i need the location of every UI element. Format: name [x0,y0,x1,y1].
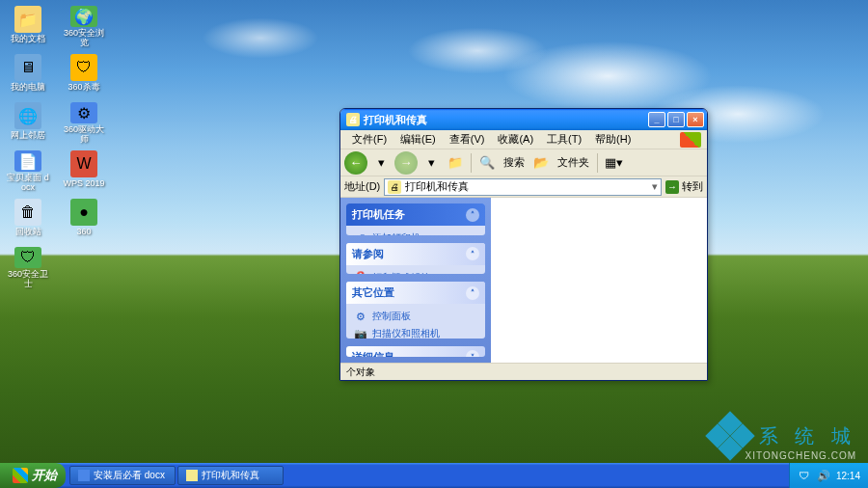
toolbar: ← ▾ → ▾ 📁 🔍 搜索 📂 文件夹 ▦▾ [340,149,707,176]
explorer-window: 🖨 打印机和传真 _ □ × 文件(F) 编辑(E) 查看(V) 收藏(A) 工… [339,108,708,381]
chevron-down-icon: ˅ [466,350,479,357]
titlebar[interactable]: 🖨 打印机和传真 _ □ × [340,109,707,130]
task-group-see-also[interactable]: 请参阅 ˄ [346,243,485,265]
go-button[interactable]: → 转到 [665,179,703,194]
views-button[interactable]: ▦▾ [603,152,624,174]
go-arrow-icon: → [665,180,679,194]
address-input[interactable]: 🖨 打印机和传真 ▾ [384,178,662,196]
tray-shield-icon[interactable]: 🛡 [798,469,811,482]
link-control-panel[interactable]: ⚙控制面板 [354,310,477,323]
printer-icon: 🖨 [346,113,360,126]
menu-file[interactable]: 文件(F) [346,130,393,149]
search-label[interactable]: 搜索 [501,155,528,170]
desktop-icon-360safe[interactable]: 🛡360安全卫士 [4,245,52,291]
windows-flag-icon [13,468,28,483]
folders-icon[interactable]: 📂 [530,152,552,174]
search-icon[interactable]: 🔍 [476,152,498,174]
menu-tools[interactable]: 工具(T) [541,130,587,149]
back-button[interactable]: ← [344,151,367,175]
desktop-icon-recycle-bin[interactable]: 🗑回收站 [4,197,52,243]
tray-volume-icon[interactable]: 🔊 [817,469,830,482]
scanner-icon: 📷 [354,327,367,339]
desktop-icon-360[interactable]: ●360 [60,197,108,243]
address-label: 地址(D) [344,179,380,194]
chevron-up-icon: ˄ [466,247,479,260]
menubar: 文件(F) 编辑(E) 查看(V) 收藏(A) 工具(T) 帮助(H) [340,130,707,149]
desktop-icon-my-documents[interactable]: 📁我的文档 [4,4,52,50]
desktop-icon-360driver[interactable]: ⚙360驱动大师 [60,100,108,147]
task-troubleshoot[interactable]: ❓打印疑难解答 [354,271,477,275]
window-title: 打印机和传真 [364,113,648,127]
control-panel-icon: ⚙ [354,310,367,323]
desktop-icon-wps[interactable]: WWPS 2019 [60,149,108,195]
printer-icon: 🖨 [388,180,401,194]
help-icon: ❓ [354,271,367,275]
close-button[interactable]: × [687,112,704,127]
printer-add-icon: 🖨 [354,231,367,235]
windows-logo-icon [680,132,701,148]
back-dropdown[interactable]: ▾ [370,152,392,174]
printer-icon [186,470,198,481]
desktop-icon-network[interactable]: 🌐网上邻居 [4,100,52,147]
minimize-button[interactable]: _ [648,112,665,127]
forward-button[interactable]: → [394,151,418,175]
desktop-icon-360av[interactable]: 🛡360杀毒 [60,52,108,98]
chevron-up-icon: ˄ [466,208,479,222]
forward-dropdown[interactable]: ▾ [420,152,442,174]
tasks-panel: 打印机任务 ˄ 🖨添加打印机 📠设置传真 请参阅 ˄ ❓打印疑难解答 ❓获得关于… [340,198,491,363]
task-group-printer-tasks[interactable]: 打印机任务 ˄ [346,203,485,226]
menu-edit[interactable]: 编辑(E) [394,130,442,149]
link-scanners[interactable]: 📷扫描仪和照相机 [354,327,477,339]
watermark-url: XITONGCHENG.COM [746,450,856,461]
desktop-icons: 📁我的文档 🖥我的电脑 🌐网上邻居 📄宝贝桌面 docx 🗑回收站 🛡360安全… [4,4,52,447]
statusbar: 个对象 [340,363,707,380]
desktop-icon-docx[interactable]: 📄宝贝桌面 docx [4,149,52,195]
address-bar: 地址(D) 🖨 打印机和传真 ▾ → 转到 [340,176,707,198]
maximize-button[interactable]: □ [667,112,685,127]
chevron-up-icon: ˄ [466,286,479,300]
taskbar-item-docx[interactable]: 安装后必看 docx [69,466,176,485]
up-button[interactable]: 📁 [445,152,466,174]
task-add-printer[interactable]: 🖨添加打印机 [354,231,477,235]
desktop-icons-col2: 🌍360安全浏览 🛡360杀毒 ⚙360驱动大师 WWPS 2019 ●360 [60,4,108,447]
desktop-icon-my-computer[interactable]: 🖥我的电脑 [4,52,52,98]
menu-help[interactable]: 帮助(H) [589,130,637,149]
taskbar: 开始 安装后必看 docx 打印机和传真 🛡 🔊 12:14 [0,463,868,488]
taskbar-item-printers[interactable]: 打印机和传真 [177,466,284,485]
content-pane[interactable] [491,198,707,363]
folders-label[interactable]: 文件夹 [555,155,592,170]
desktop-icon-360browser[interactable]: 🌍360安全浏览 [60,4,108,50]
menu-favorites[interactable]: 收藏(A) [492,130,539,149]
system-tray[interactable]: 🛡 🔊 12:14 [789,463,868,488]
menu-view[interactable]: 查看(V) [444,130,491,149]
tray-clock[interactable]: 12:14 [836,471,860,481]
task-group-other-places[interactable]: 其它位置 ˄ [346,282,485,304]
start-button[interactable]: 开始 [0,463,66,488]
word-icon [78,470,90,481]
task-group-details[interactable]: 详细信息 ˅ [346,346,485,357]
